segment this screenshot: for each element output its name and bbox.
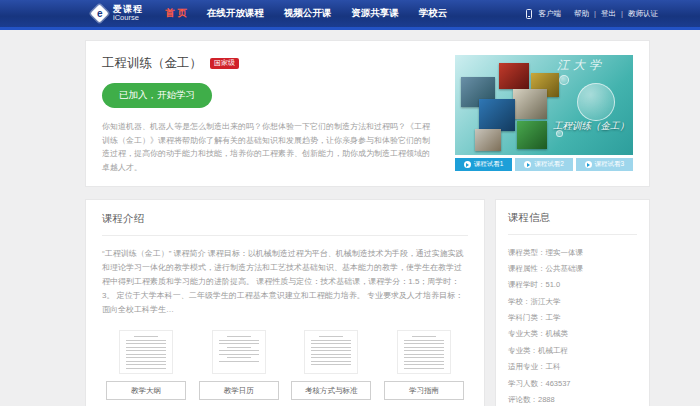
play-icon <box>585 161 592 168</box>
client-link[interactable]: 客户端 <box>539 9 562 19</box>
banner-photo-tile <box>513 89 547 119</box>
info-label: 学习人数： <box>508 379 546 389</box>
left-column: 课程介绍 “工程训练（金工）” 课程简介 课程目标：以机械制造过程为平台、机械制… <box>85 199 485 406</box>
nav-item-shared-resources[interactable]: 资源共享课 <box>351 7 399 20</box>
course-intro-heading: 课程介绍 <box>102 212 468 236</box>
page-content: 工程训练（金工） 国家级 已加入，开始学习 你知道机器、机器人等是怎么制造出来的… <box>85 40 650 406</box>
play-icon <box>464 161 471 168</box>
doc-syllabus: 教学大纲 <box>102 330 190 400</box>
navbar-right: 客户端 帮助 | 登出 | 教师认证 <box>526 9 658 19</box>
bubble-decoration <box>559 75 569 85</box>
info-row-major-category: 专业大类：机械类 <box>508 326 637 342</box>
document-thumbnail[interactable] <box>397 330 451 374</box>
nav-item-school-cloud[interactable]: 学校云 <box>419 7 448 20</box>
info-label: 专业大类： <box>508 329 546 339</box>
preview-button-label: 课程试看3 <box>595 160 625 169</box>
assessment-button[interactable]: 考核方式与标准 <box>291 381 371 400</box>
document-thumbnail[interactable] <box>119 330 173 374</box>
joined-start-learning-button[interactable]: 已加入，开始学习 <box>102 83 212 108</box>
course-title-row: 工程训练（金工） 国家级 <box>102 55 435 72</box>
banner-course-title: 工程训练（金工） <box>553 120 629 133</box>
calendar-button[interactable]: 教学日历 <box>199 381 279 400</box>
course-header-right: 江大学 工程训练（金工） 课程试看1 课程试看2 课程试看3 <box>455 55 633 174</box>
info-value: 工学 <box>546 313 561 323</box>
columns: 课程介绍 “工程训练（金工）” 课程简介 课程目标：以机械制造过程为平台、机械制… <box>85 199 650 406</box>
nav-separator: | <box>621 9 623 18</box>
preview-button-2[interactable]: 课程试看2 <box>515 158 572 171</box>
info-label: 专业类： <box>508 346 538 356</box>
document-thumbnail[interactable] <box>212 330 266 374</box>
help-link[interactable]: 帮助 <box>574 9 589 19</box>
course-intro-card: 课程介绍 “工程训练（金工）” 课程简介 课程目标：以机械制造过程为平台、机械制… <box>85 199 485 406</box>
info-row-discipline: 学科门类：工学 <box>508 310 637 326</box>
logo-text: 爱课程 iCourse <box>113 5 143 22</box>
course-preview-buttons: 课程试看1 课程试看2 课程试看3 <box>455 158 633 171</box>
preview-button-3[interactable]: 课程试看3 <box>576 158 633 171</box>
course-info-card: 课程信息 课程类型：理实一体课 课程属性：公共基础课 课程学时：51.0 学校：… <box>495 199 650 406</box>
teacher-auth-link[interactable]: 教师认证 <box>628 9 658 19</box>
banner-photo-tile <box>475 129 501 151</box>
course-banner-image: 江大学 工程训练（金工） <box>455 55 633 155</box>
info-row-applicable-major: 适用专业：工科 <box>508 359 637 375</box>
info-row-course-hours: 课程学时：51.0 <box>508 277 637 293</box>
document-thumbnail[interactable] <box>304 330 358 374</box>
nav-item-video-courses[interactable]: 视频公开课 <box>284 7 332 20</box>
icourse-logo[interactable]: e 爱课程 iCourse <box>93 5 143 22</box>
course-description: 你知道机器、机器人等是怎么制造出来的吗？你想体验一下它们的制造方法和过程吗？《工… <box>102 120 435 174</box>
course-title: 工程训练（金工） <box>102 55 202 72</box>
info-row-school: 学校：浙江大学 <box>508 294 637 310</box>
doc-study-guide: 学习指南 <box>380 330 468 400</box>
info-row-course-type: 课程类型：理实一体课 <box>508 244 637 260</box>
info-value: 2888 <box>538 395 555 405</box>
info-label: 适用专业： <box>508 362 546 372</box>
info-row-major-class: 专业类：机械工程 <box>508 343 637 359</box>
info-label: 课程类型： <box>508 248 546 258</box>
course-header-left: 工程训练（金工） 国家级 已加入，开始学习 你知道机器、机器人等是怎么制造出来的… <box>102 55 455 174</box>
nav-item-open-courses[interactable]: 在线开放课程 <box>207 7 264 20</box>
info-label: 课程学时： <box>508 280 546 290</box>
icourse-logo-icon: e <box>90 4 108 22</box>
logo-subtitle: iCourse <box>113 14 143 22</box>
course-intro-body: “工程训练（金工）” 课程简介 课程目标：以机械制造过程为平台、机械制造技术为手… <box>102 247 468 317</box>
doc-assessment: 考核方式与标准 <box>287 330 375 400</box>
main-nav: 首 页 在线开放课程 视频公开课 资源共享课 学校云 <box>165 7 447 20</box>
study-guide-button[interactable]: 学习指南 <box>384 381 464 400</box>
info-value: 浙江大学 <box>531 297 561 307</box>
nav-separator: | <box>594 9 596 18</box>
info-value: 工科 <box>546 362 561 372</box>
info-value: 51.0 <box>546 280 561 290</box>
course-info-list: 课程类型：理实一体课 课程属性：公共基础课 课程学时：51.0 学校：浙江大学 … <box>508 244 637 406</box>
info-value: 机械工程 <box>538 346 568 356</box>
info-value: 公共基础课 <box>546 264 584 274</box>
course-header-card: 工程训练（金工） 国家级 已加入，开始学习 你知道机器、机器人等是怎么制造出来的… <box>85 40 650 187</box>
logout-link[interactable]: 登出 <box>601 9 616 19</box>
info-value: 理实一体课 <box>546 248 584 258</box>
info-row-learner-count: 学习人数：463537 <box>508 375 637 391</box>
preview-button-label: 课程试看2 <box>534 160 564 169</box>
course-info-heading: 课程信息 <box>508 211 637 235</box>
course-doc-links: 教学大纲 教学日历 考核方式与标准 <box>102 330 468 400</box>
info-row-comment-count: 评论数：2888 <box>508 392 637 406</box>
info-label: 评论数： <box>508 395 538 405</box>
banner-photo-tile <box>479 99 515 131</box>
preview-button-label: 课程试看1 <box>474 160 504 169</box>
play-icon <box>524 161 531 168</box>
preview-button-1[interactable]: 课程试看1 <box>455 158 512 171</box>
syllabus-button[interactable]: 教学大纲 <box>106 381 186 400</box>
top-navbar: e 爱课程 iCourse 首 页 在线开放课程 视频公开课 资源共享课 学校云… <box>0 0 700 27</box>
bubble-decoration <box>577 83 615 121</box>
info-value: 机械类 <box>546 329 569 339</box>
banner-watermark: 江大学 <box>557 57 605 74</box>
right-column: 课程信息 课程类型：理实一体课 课程属性：公共基础课 课程学时：51.0 学校：… <box>495 199 650 406</box>
national-level-badge: 国家级 <box>210 58 239 69</box>
info-label: 学校： <box>508 297 531 307</box>
info-label: 课程属性： <box>508 264 546 274</box>
doc-calendar: 教学日历 <box>195 330 283 400</box>
info-row-course-attribute: 课程属性：公共基础课 <box>508 261 637 277</box>
mobile-client-icon <box>526 9 532 19</box>
banner-photo-tile <box>517 121 547 149</box>
banner-photo-tile <box>499 63 529 89</box>
info-value: 463537 <box>546 379 571 389</box>
nav-item-home[interactable]: 首 页 <box>165 7 187 20</box>
info-label: 学科门类： <box>508 313 546 323</box>
